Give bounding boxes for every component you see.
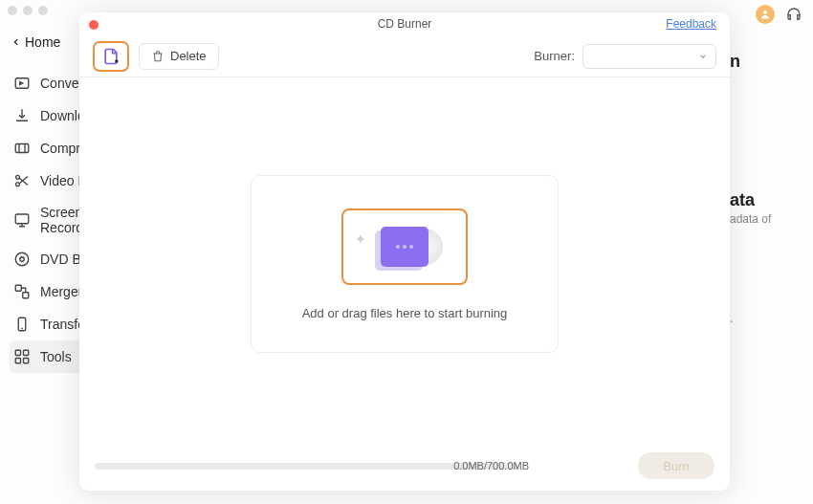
svg-rect-5 — [15, 214, 29, 224]
chevron-down-icon — [698, 52, 708, 61]
modal-title: CD Burner — [378, 17, 432, 31]
svg-rect-13 — [15, 359, 20, 363]
capacity-label: 0.0MB/700.0MB — [453, 460, 529, 471]
window-traffic-lights — [8, 6, 48, 15]
support-button[interactable] — [784, 5, 803, 24]
file-card-illustration — [381, 227, 428, 267]
sidebar-item-label: Merger — [40, 284, 82, 299]
chevron-left-icon — [11, 37, 21, 47]
trash-icon — [151, 50, 165, 63]
file-drop-zone[interactable]: ✦ Add or drag files here to start burnin… — [251, 175, 559, 353]
converter-icon — [13, 75, 31, 92]
user-avatar[interactable] — [756, 5, 775, 24]
disc-icon — [13, 251, 31, 268]
user-icon — [759, 9, 771, 20]
svg-point-6 — [15, 252, 29, 266]
burn-label: Burn — [663, 459, 689, 473]
sidebar-item-label: Tools — [40, 349, 72, 364]
bg-fragment: . — [730, 312, 792, 325]
grid-icon — [13, 348, 31, 365]
compress-icon — [13, 140, 31, 157]
burner-select[interactable] — [582, 44, 716, 69]
delete-button[interactable]: Delete — [139, 43, 219, 70]
svg-point-0 — [763, 11, 767, 14]
merge-icon — [13, 283, 31, 300]
svg-point-7 — [20, 257, 25, 262]
bg-fragment: adata of — [730, 212, 792, 226]
traffic-dot — [23, 6, 33, 15]
svg-rect-12 — [24, 350, 29, 355]
drop-zone-illustration: ✦ — [341, 208, 468, 285]
scissors-icon — [13, 172, 31, 189]
svg-rect-8 — [15, 285, 21, 291]
headset-icon — [785, 6, 802, 23]
bg-fragment: n — [730, 52, 792, 72]
add-file-icon — [101, 47, 121, 66]
svg-rect-2 — [15, 144, 29, 153]
bg-fragment: ata — [730, 190, 792, 210]
close-button[interactable] — [89, 20, 99, 30]
screen-icon — [13, 211, 31, 229]
svg-rect-11 — [15, 350, 20, 355]
download-icon — [13, 107, 31, 124]
burner-label: Burner: — [534, 49, 575, 63]
sparkle-icon: ✦ — [355, 231, 366, 247]
traffic-dot — [38, 6, 48, 15]
transfer-icon — [13, 316, 31, 333]
drop-zone-text: Add or drag files here to start burning — [302, 306, 508, 320]
back-home-label: Home — [25, 34, 60, 50]
delete-label: Delete — [170, 49, 207, 63]
svg-rect-14 — [24, 359, 29, 363]
traffic-dot — [8, 6, 17, 15]
add-file-button[interactable] — [93, 41, 129, 72]
cd-burner-modal: CD Burner Feedback Delete Burner: ✦ — [79, 12, 730, 491]
feedback-link[interactable]: Feedback — [666, 17, 716, 31]
burn-button[interactable]: Burn — [638, 452, 714, 479]
svg-rect-9 — [23, 293, 29, 298]
